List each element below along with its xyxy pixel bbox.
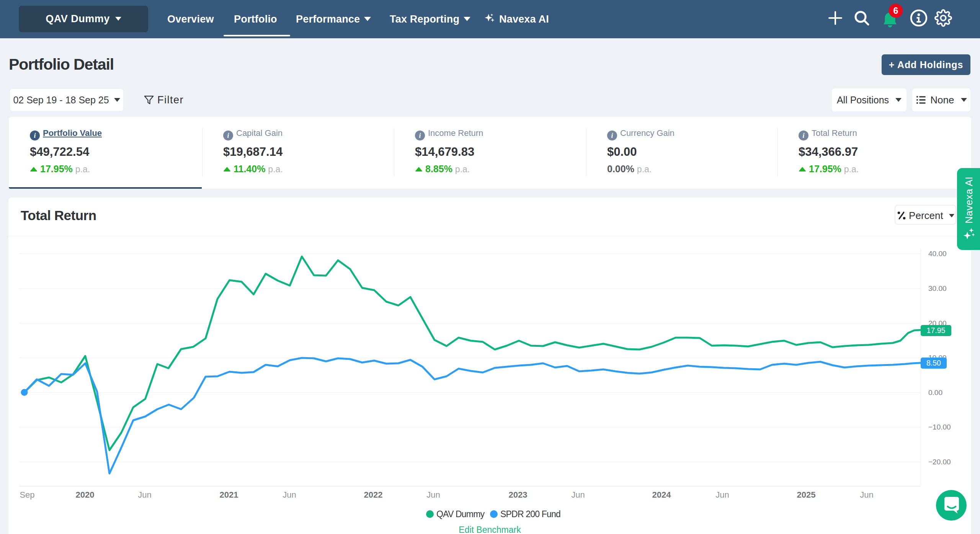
svg-text:2023: 2023: [509, 490, 528, 500]
svg-text:8.50: 8.50: [926, 359, 941, 367]
svg-text:−20.00: −20.00: [928, 458, 951, 466]
svg-text:40.00: 40.00: [928, 250, 947, 258]
svg-text:17.95: 17.95: [927, 326, 946, 335]
svg-text:Jun: Jun: [860, 490, 873, 500]
svg-text:0.00: 0.00: [928, 389, 942, 397]
svg-text:Jun: Jun: [571, 490, 585, 500]
svg-text:Jun: Jun: [715, 490, 729, 500]
svg-text:2022: 2022: [364, 490, 383, 500]
svg-text:2020: 2020: [76, 490, 95, 500]
svg-text:Jun: Jun: [426, 490, 440, 500]
svg-text:30.00: 30.00: [928, 284, 947, 292]
svg-text:2025: 2025: [797, 490, 816, 500]
svg-text:Jun: Jun: [138, 490, 151, 500]
svg-text:Sep: Sep: [20, 490, 34, 500]
svg-text:−10.00: −10.00: [928, 423, 951, 431]
svg-text:2021: 2021: [220, 490, 238, 500]
svg-text:Jun: Jun: [283, 490, 296, 500]
svg-text:6: 6: [893, 6, 898, 16]
svg-text:2024: 2024: [652, 490, 671, 500]
